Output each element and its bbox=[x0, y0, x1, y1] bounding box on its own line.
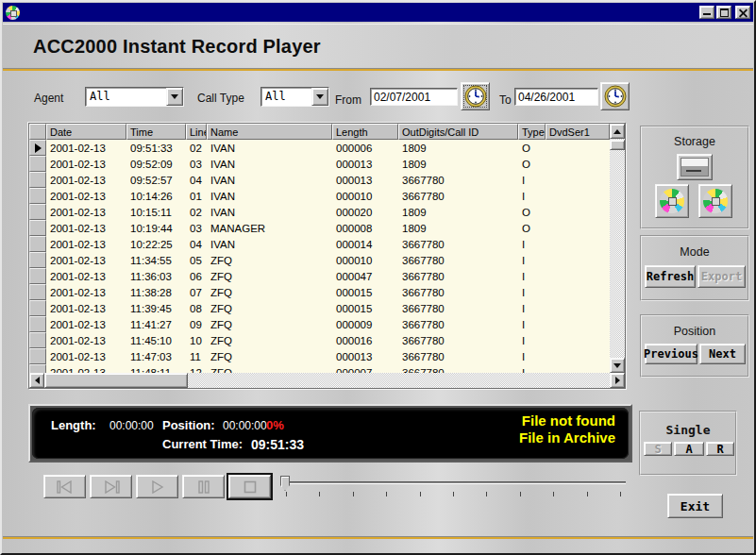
grid-cell-time[interactable]: 11:36:03 bbox=[126, 271, 186, 282]
call-type-select[interactable]: All bbox=[260, 87, 329, 107]
grid-cell-time[interactable]: 09:51:33 bbox=[126, 143, 186, 154]
stop-button[interactable] bbox=[228, 475, 271, 498]
grid-cell-name[interactable]: IVAN bbox=[207, 175, 332, 186]
scroll-down-button[interactable] bbox=[610, 358, 625, 373]
grid-header-line[interactable]: Line bbox=[186, 124, 207, 140]
row-selector[interactable] bbox=[29, 140, 46, 156]
grid-cell-name[interactable]: ZFQ bbox=[207, 303, 332, 314]
grid-cell-length[interactable]: 000009 bbox=[332, 319, 398, 330]
grid-cell-type[interactable]: O bbox=[518, 143, 546, 154]
row-selector[interactable] bbox=[29, 300, 46, 316]
grid-cell-length[interactable]: 000013 bbox=[332, 175, 398, 186]
from-date-picker-button[interactable] bbox=[461, 82, 490, 110]
grid-cell-out[interactable]: 3667780 bbox=[398, 351, 518, 362]
grid-cell-line[interactable]: 07 bbox=[186, 287, 207, 298]
grid-header-name[interactable]: Name bbox=[207, 124, 332, 140]
table-row[interactable]: 2001-02-1311:39:4508ZFQ0000153667780I bbox=[29, 300, 610, 316]
grid-header-dvd[interactable]: DvdSer1 bbox=[546, 124, 610, 140]
grid-cell-date[interactable]: 2001-02-13 bbox=[46, 271, 126, 282]
grid-cell-length[interactable]: 000014 bbox=[332, 239, 398, 250]
grid-cell-name[interactable]: ZFQ bbox=[207, 255, 332, 266]
grid-cell-out[interactable]: 3667780 bbox=[398, 287, 518, 298]
minimize-button[interactable] bbox=[699, 6, 714, 19]
grid-cell-date[interactable]: 2001-02-13 bbox=[46, 239, 126, 250]
grid-cell-type[interactable]: I bbox=[518, 239, 546, 250]
storage-cd1-button[interactable] bbox=[655, 184, 689, 218]
grid-cell-out[interactable]: 1809 bbox=[398, 207, 518, 218]
previous-button[interactable]: Previous bbox=[645, 344, 697, 364]
grid-cell-type[interactable]: O bbox=[518, 159, 546, 170]
grid-cell-length[interactable]: 000013 bbox=[332, 351, 398, 362]
slider-track[interactable] bbox=[284, 481, 626, 484]
table-row[interactable]: 2001-02-1309:51:3302IVAN0000061809O bbox=[29, 140, 610, 156]
grid-cell-out[interactable]: 3667780 bbox=[398, 239, 518, 250]
grid-cell-name[interactable]: ZFQ bbox=[207, 271, 332, 282]
grid-cell-length[interactable]: 000020 bbox=[332, 207, 398, 218]
grid-cell-length[interactable]: 000006 bbox=[332, 143, 398, 154]
grid-cell-type[interactable]: I bbox=[518, 319, 546, 330]
grid-cell-line[interactable]: 04 bbox=[186, 239, 207, 250]
grid-cell-name[interactable]: ZFQ bbox=[207, 287, 332, 298]
grid-cell-name[interactable]: ZFQ bbox=[207, 335, 332, 346]
grid-cell-out[interactable]: 3667780 bbox=[398, 335, 518, 346]
grid-cell-out[interactable]: 3667780 bbox=[398, 255, 518, 266]
table-row[interactable]: 2001-02-1310:19:4403MANAGER0000081809O bbox=[29, 220, 610, 236]
grid-cell-time[interactable]: 11:47:03 bbox=[126, 351, 186, 362]
grid-cell-date[interactable]: 2001-02-13 bbox=[46, 351, 126, 362]
single-r-button[interactable]: R bbox=[706, 442, 734, 456]
grid-cell-line[interactable]: 03 bbox=[186, 223, 207, 234]
to-date-field[interactable]: 04/26/2001 bbox=[514, 88, 598, 106]
grid-cell-length[interactable]: 000008 bbox=[332, 223, 398, 234]
grid-cell-line[interactable]: 11 bbox=[186, 351, 207, 362]
table-row[interactable]: 2001-02-1311:47:0311ZFQ0000133667780I bbox=[29, 348, 610, 364]
maximize-button[interactable] bbox=[716, 6, 731, 19]
grid-header-out[interactable]: OutDigits/Call ID bbox=[398, 124, 518, 140]
single-s-button[interactable]: S bbox=[644, 442, 672, 456]
grid-cell-time[interactable]: 10:14:26 bbox=[126, 191, 186, 202]
table-row[interactable]: 2001-02-1311:45:1010ZFQ0000163667780I bbox=[29, 332, 610, 348]
grid-cell-time[interactable]: 11:34:55 bbox=[126, 255, 186, 266]
grid-cell-time[interactable]: 11:38:28 bbox=[126, 287, 186, 298]
records-grid[interactable]: DateTimeLineNameLengthOutDigits/Call IDT… bbox=[28, 123, 626, 389]
grid-cell-name[interactable]: MANAGER bbox=[207, 223, 332, 234]
grid-cell-type[interactable]: O bbox=[518, 223, 546, 234]
grid-cell-out[interactable]: 3667780 bbox=[398, 175, 518, 186]
grid-cell-date[interactable]: 2001-02-13 bbox=[46, 175, 126, 186]
grid-cell-line[interactable]: 05 bbox=[186, 255, 207, 266]
storage-cd2-button[interactable] bbox=[698, 184, 732, 218]
grid-cell-type[interactable]: I bbox=[518, 191, 546, 202]
grid-cell-length[interactable]: 000010 bbox=[332, 255, 398, 266]
row-selector[interactable] bbox=[29, 172, 46, 188]
grid-cell-length[interactable]: 000047 bbox=[332, 271, 398, 282]
grid-cell-date[interactable]: 2001-02-13 bbox=[46, 207, 126, 218]
grid-cell-date[interactable]: 2001-02-13 bbox=[46, 319, 126, 330]
agent-select[interactable]: All bbox=[85, 87, 184, 107]
title-bar[interactable] bbox=[3, 3, 753, 22]
grid-cell-date[interactable]: 2001-02-13 bbox=[46, 255, 126, 266]
skip-back-button[interactable] bbox=[43, 475, 86, 498]
row-selector[interactable] bbox=[29, 364, 46, 373]
row-selector[interactable] bbox=[29, 220, 46, 236]
table-row[interactable]: 2001-02-1311:48:1112ZFQ0000073667780I bbox=[29, 364, 610, 373]
vertical-scrollbar[interactable] bbox=[610, 124, 625, 373]
grid-cell-date[interactable]: 2001-02-13 bbox=[46, 303, 126, 314]
grid-cell-type[interactable]: I bbox=[518, 287, 546, 298]
table-row[interactable]: 2001-02-1310:22:2504IVAN0000143667780I bbox=[29, 236, 610, 252]
grid-cell-line[interactable]: 03 bbox=[186, 159, 207, 170]
from-date-field[interactable]: 02/07/2001 bbox=[370, 88, 458, 106]
grid-cell-name[interactable]: IVAN bbox=[207, 159, 332, 170]
grid-cell-line[interactable]: 10 bbox=[186, 335, 207, 346]
refresh-button[interactable]: Refresh bbox=[645, 265, 696, 288]
table-row[interactable]: 2001-02-1309:52:0903IVAN0000131809O bbox=[29, 156, 610, 172]
row-selector[interactable] bbox=[29, 332, 46, 348]
grid-cell-name[interactable]: IVAN bbox=[207, 191, 332, 202]
row-selector[interactable] bbox=[29, 284, 46, 300]
grid-cell-time[interactable]: 09:52:09 bbox=[126, 159, 186, 170]
row-selector[interactable] bbox=[29, 348, 46, 364]
slider-thumb[interactable] bbox=[280, 476, 290, 491]
grid-cell-type[interactable]: I bbox=[518, 335, 546, 346]
grid-cell-date[interactable]: 2001-02-13 bbox=[46, 143, 126, 154]
table-row[interactable]: 2001-02-1309:52:5704IVAN0000133667780I bbox=[29, 172, 610, 188]
grid-cell-length[interactable]: 000015 bbox=[332, 287, 398, 298]
scroll-up-button[interactable] bbox=[610, 124, 625, 139]
